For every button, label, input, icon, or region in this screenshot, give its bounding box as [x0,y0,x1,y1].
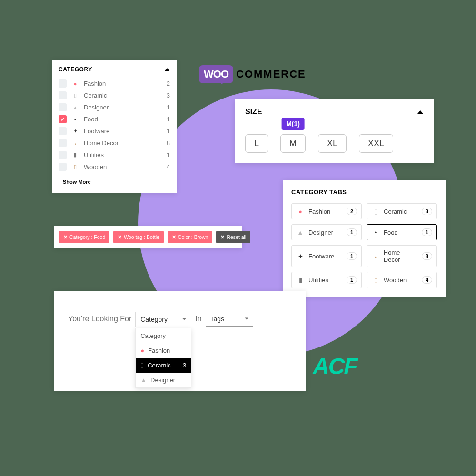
tab-count: 1 [422,228,432,236]
tab-count: 1 [347,252,357,260]
tab-count: 1 [347,228,357,236]
category-label: Ceramic [84,92,162,99]
category-icon: ▮ [71,151,79,159]
size-option-xxl[interactable]: XXL [359,134,393,153]
filter-chip[interactable]: ✕Category : Food [59,231,109,243]
checkbox-icon [59,139,67,147]
category-tab-fashion[interactable]: ●Fashion2 [291,203,362,219]
filter-chip[interactable]: ✕Color : Brown [168,231,213,243]
tags-select[interactable]: Tags [206,312,253,327]
dropdown-count: 3 [183,362,186,369]
tab-icon: ⬩ [371,252,380,260]
show-more-button[interactable]: Show More [59,177,95,187]
category-icon: ✦ [71,128,79,135]
dropdown-label: Fashion [148,347,170,354]
category-count: 4 [167,163,170,170]
category-count: 1 [167,128,170,135]
category-label: Fashion [84,80,162,87]
tab-count: 3 [422,208,432,215]
chip-label: Color : Brown [178,234,208,240]
size-option-xl[interactable]: XL [318,134,347,153]
category-tab-footware[interactable]: ✦Footware1 [291,245,362,267]
tab-icon: ● [296,207,305,216]
category-icon: ▯ [71,163,79,171]
tab-count: 4 [422,276,432,284]
dropdown-label: Ceramic [148,362,170,369]
woo-bubble-icon: WOO [199,65,233,83]
search-builder-panel: You're Looking For Category Category ●Fa… [54,291,306,391]
category-count: 1 [167,116,170,123]
category-item-designer[interactable]: ▲Designer1 [59,101,170,113]
category-item-ceramic[interactable]: ▯Ceramic3 [59,89,170,101]
chevron-up-icon[interactable] [417,110,423,114]
category-tab-home-decor[interactable]: ⬩Home Decor8 [367,245,437,267]
checkbox-icon [59,163,67,171]
dropdown-item-fashion[interactable]: ●Fashion [136,343,191,358]
size-tooltip: M(1) [281,118,305,130]
category-tab-wooden[interactable]: ▯Wooden4 [367,272,437,288]
category-count: 2 [167,80,170,87]
category-header[interactable]: CATEGORY [59,66,170,73]
tab-label: Fashion [308,208,330,215]
chip-label: Reset all [227,234,246,240]
checkbox-icon [59,151,67,159]
category-tab-food[interactable]: •Food1 [367,224,437,240]
category-item-food[interactable]: ✓•Food1 [59,113,170,125]
category-label: Home Decor [84,139,162,147]
size-filter-panel: SIZE LMM(1)XLXXL [235,99,434,163]
dropdown-label: Designer [150,377,175,384]
category-item-home-decor[interactable]: ⬩Home Decor8 [59,137,170,149]
category-count: 8 [167,139,170,147]
category-icon: ▯ [71,92,79,99]
dropdown-icon: ● [140,347,144,354]
size-option-m[interactable]: MM(1) [280,134,306,153]
chip-label: Woo tag : Bottle [124,234,159,240]
acf-logo: ACF [313,353,357,379]
category-count: 3 [167,92,170,99]
woo-text: COMMERCE [236,68,306,80]
category-select[interactable]: Category [135,312,191,327]
tab-icon: ▯ [371,276,380,284]
size-title: SIZE [245,108,262,116]
close-icon: ✕ [63,234,68,240]
filter-chip[interactable]: ✕Woo tag : Bottle [113,231,164,243]
checkbox-icon: ✓ [59,115,67,123]
category-select-value: Category [140,316,168,323]
category-icon: • [71,116,79,123]
close-icon: ✕ [172,234,176,240]
reset-all-button[interactable]: ✕Reset all [216,231,250,243]
size-option-l[interactable]: L [245,134,268,153]
category-tab-designer[interactable]: ▲Designer1 [291,224,362,240]
category-item-utilities[interactable]: ▮Utilities1 [59,149,170,161]
chip-label: Category : Food [69,234,105,240]
category-tab-ceramic[interactable]: ▯Ceramic3 [367,203,437,219]
active-filters-bar: ✕Category : Food✕Woo tag : Bottle✕Color … [54,226,242,248]
dropdown-icon: ▲ [140,377,147,384]
tab-count: 1 [347,276,357,284]
category-label: Designer [84,104,162,111]
category-item-wooden[interactable]: ▯Wooden4 [59,161,170,173]
checkbox-icon [59,79,67,88]
tab-label: Utilities [308,277,328,284]
category-icon: ⬩ [71,139,79,147]
dropdown-item-ceramic[interactable]: ▯Ceramic3 [136,358,191,373]
category-item-fashion[interactable]: ●Fashion2 [59,78,170,89]
category-tabs-title: CATEGORY TABS [291,188,437,196]
tab-label: Home Decor [384,249,418,263]
tab-label: Wooden [384,277,407,284]
dropdown-header: Category [136,328,191,343]
tab-label: Designer [308,229,333,236]
dropdown-item-designer[interactable]: ▲Designer [136,373,191,387]
category-tab-utilities[interactable]: ▮Utilities1 [291,272,362,288]
category-label: Footware [84,128,162,135]
tab-icon: ▮ [296,276,305,284]
close-icon: ✕ [220,234,225,240]
tab-count: 8 [422,252,432,260]
category-item-footware[interactable]: ✦Footware1 [59,125,170,137]
tab-icon: ✦ [296,252,305,260]
looking-for-label: You're Looking For [68,312,131,323]
category-label: Utilities [84,151,162,159]
checkbox-icon [59,91,67,99]
close-icon: ✕ [118,234,122,240]
category-label: Food [84,116,162,123]
